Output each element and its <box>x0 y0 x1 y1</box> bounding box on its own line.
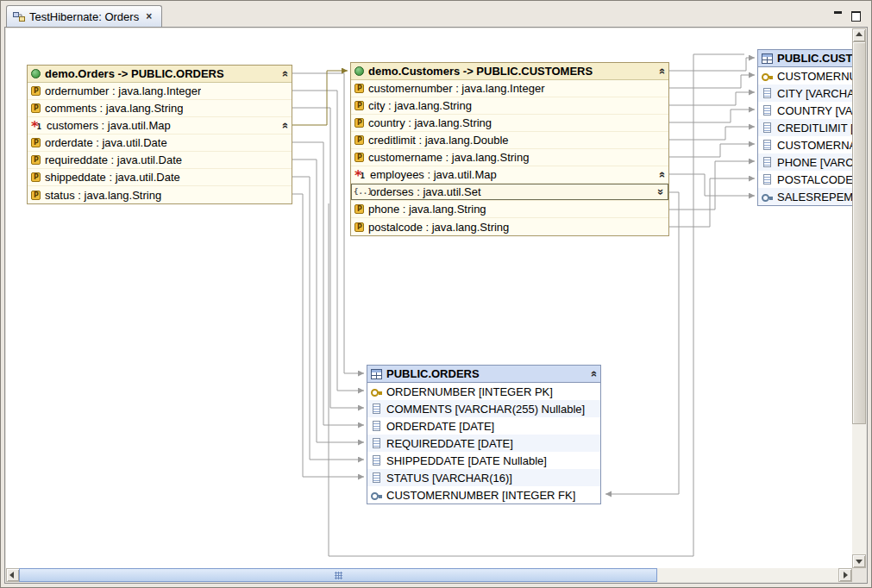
scrollbar-corner <box>852 568 866 582</box>
table-title: PUBLIC.ORDERS <box>386 367 480 380</box>
column-icon <box>763 174 771 185</box>
field-label: customernumber : java.lang.Integer <box>368 82 545 95</box>
field-row[interactable]: customernumber : java.lang.Integer <box>351 80 668 97</box>
column-row[interactable]: ORDERDATE [DATE] <box>367 417 600 435</box>
minimize-icon[interactable] <box>833 10 844 21</box>
collapse-icon[interactable]: » <box>656 66 667 77</box>
foreign-key-icon <box>762 191 773 203</box>
column-label: SALESREPEMI <box>777 191 852 203</box>
collapse-icon[interactable]: » <box>279 68 290 79</box>
entity-box-demo-customers[interactable]: demo.Customers -> PUBLIC.CUSTOMERS » cus… <box>350 62 669 236</box>
column-icon <box>763 88 771 98</box>
column-row[interactable]: COMMENTS [VARCHAR(255) Nullable] <box>367 400 600 417</box>
field-row[interactable]: comments : java.lang.String <box>28 100 292 117</box>
table-header[interactable]: PUBLIC.CUST » <box>758 50 852 67</box>
mapped-class-icon <box>31 69 41 78</box>
field-row[interactable]: ordernumber : java.lang.Integer <box>28 83 292 100</box>
entity-title: demo.Customers -> PUBLIC.CUSTOMERS <box>368 65 593 78</box>
field-row[interactable]: country : java.lang.String <box>351 115 668 132</box>
property-icon <box>354 84 364 93</box>
field-label: orderses : java.util.Set <box>370 185 481 198</box>
column-icon <box>373 472 380 483</box>
column-row[interactable]: SHIPPEDDATE [DATE Nullable] <box>367 452 600 469</box>
field-row[interactable]: requireddate : java.util.Date <box>28 152 292 169</box>
column-icon <box>373 421 380 431</box>
collapse-icon[interactable]: » <box>279 120 290 131</box>
table-header[interactable]: PUBLIC.ORDERS » <box>367 366 600 383</box>
field-row[interactable]: phone : java.lang.String <box>351 201 668 218</box>
column-row[interactable]: CUSTOMERNU <box>758 67 852 84</box>
column-label: CUSTOMERNA <box>777 139 852 152</box>
column-row[interactable]: STATUS [VARCHAR(16)] <box>367 469 600 486</box>
expand-icon[interactable]: » <box>656 186 667 197</box>
field-row[interactable]: creditlimit : java.lang.Double <box>351 132 668 149</box>
column-icon <box>763 122 771 133</box>
field-label: ordernumber : java.lang.Integer <box>45 84 201 97</box>
collapse-icon[interactable]: » <box>656 169 667 180</box>
property-icon <box>31 191 41 200</box>
property-icon <box>31 103 41 113</box>
scroll-up-icon[interactable] <box>852 28 866 42</box>
table-icon <box>762 53 773 64</box>
table-title: PUBLIC.CUST <box>777 52 852 65</box>
column-row[interactable]: PHONE [VARC <box>758 153 852 171</box>
tab-testhibernate-orders[interactable]: TestHibernate: Orders × <box>6 5 162 27</box>
foreign-key-icon <box>371 490 382 501</box>
field-label: requireddate : java.util.Date <box>45 153 182 166</box>
maximize-icon[interactable] <box>850 10 861 21</box>
column-row[interactable]: POSTALCODE <box>758 171 852 188</box>
scroll-down-icon[interactable] <box>852 554 866 568</box>
entity-box-demo-orders[interactable]: demo.Orders -> PUBLIC.ORDERS » ordernumb… <box>27 65 292 204</box>
column-row[interactable]: CITY [VARCHAR <box>758 84 852 102</box>
field-row-selected[interactable]: orderses : java.util.Set» <box>351 184 668 201</box>
field-row[interactable]: employees : java.util.Map» <box>351 166 668 184</box>
field-row[interactable]: orderdate : java.util.Date <box>28 134 292 152</box>
collection-icon <box>354 186 366 197</box>
column-row[interactable]: CUSTOMERNA <box>758 136 852 153</box>
mapped-class-icon <box>354 66 364 76</box>
field-row[interactable]: city : java.lang.String <box>351 97 668 115</box>
tab-title: TestHibernate: Orders <box>29 10 139 23</box>
table-box-public-customers[interactable]: PUBLIC.CUST » CUSTOMERNU CITY [VARCHAR C… <box>757 49 852 206</box>
view-controls <box>833 10 861 21</box>
field-label: shippeddate : java.util.Date <box>45 171 180 184</box>
field-label: postalcode : java.lang.String <box>368 221 509 234</box>
vertical-scrollbar[interactable] <box>852 28 866 568</box>
column-row[interactable]: REQUIREDDATE [DATE] <box>367 435 600 452</box>
scroll-right-icon[interactable] <box>838 568 852 582</box>
field-row[interactable]: postalcode : java.lang.String <box>351 218 668 235</box>
diagram-canvas[interactable]: demo.Orders -> PUBLIC.ORDERS » ordernumb… <box>6 28 852 568</box>
collapse-icon[interactable]: » <box>587 368 599 379</box>
property-icon <box>354 101 364 110</box>
column-row[interactable]: CREDITLIMIT [ <box>758 119 852 136</box>
entity-header[interactable]: demo.Orders -> PUBLIC.ORDERS » <box>28 66 292 83</box>
column-icon <box>763 157 771 167</box>
close-icon[interactable]: × <box>144 11 154 22</box>
horizontal-scroll-thumb[interactable] <box>19 568 657 582</box>
field-row[interactable]: status : java.lang.String <box>28 186 292 203</box>
horizontal-scrollbar[interactable] <box>6 568 852 582</box>
table-box-public-orders[interactable]: PUBLIC.ORDERS » ORDERNUMBER [INTEGER PK]… <box>367 365 601 504</box>
column-label: POSTALCODE <box>777 173 852 186</box>
many-to-one-icon <box>354 169 366 180</box>
column-label: ORDERDATE [DATE] <box>386 420 494 433</box>
column-row[interactable]: COUNTRY [VA <box>758 102 852 119</box>
column-label: COUNTRY [VA <box>777 104 852 117</box>
field-row[interactable]: customername : java.lang.String <box>351 149 668 166</box>
field-label: employees : java.util.Map <box>370 168 497 181</box>
table-icon <box>371 369 382 379</box>
vertical-scroll-thumb[interactable] <box>852 41 866 424</box>
field-row[interactable]: shippeddate : java.util.Date <box>28 169 292 186</box>
column-row[interactable]: ORDERNUMBER [INTEGER PK] <box>367 383 600 400</box>
entity-header[interactable]: demo.Customers -> PUBLIC.CUSTOMERS » <box>351 63 668 80</box>
editor-frame: demo.Orders -> PUBLIC.ORDERS » ordernumb… <box>4 27 868 584</box>
thumb-grip-icon <box>335 572 342 579</box>
field-row[interactable]: customers : java.util.Map» <box>28 117 292 134</box>
eclipse-editor-window: TestHibernate: Orders × <box>0 0 872 588</box>
column-row[interactable]: CUSTOMERNUMBER [INTEGER FK] <box>367 486 600 504</box>
column-row[interactable]: SALESREPEMI <box>758 188 852 205</box>
property-icon <box>31 155 41 165</box>
column-label: COMMENTS [VARCHAR(255) Nullable] <box>386 403 585 416</box>
scroll-left-icon[interactable] <box>6 568 20 582</box>
column-label: SHIPPEDDATE [DATE Nullable] <box>386 454 547 467</box>
